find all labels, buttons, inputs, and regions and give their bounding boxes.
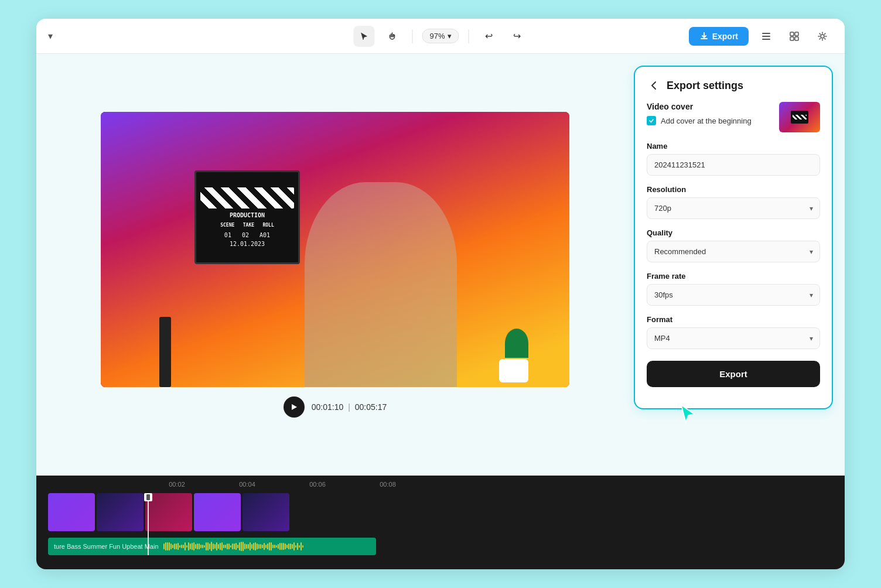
toolbar-divider — [412, 29, 412, 43]
playhead[interactable] — [148, 493, 149, 555]
quality-label: Quality — [647, 228, 820, 237]
panel-title: Export settings — [667, 80, 743, 92]
toolbar-right: Export — [689, 26, 833, 47]
cover-thumbnail[interactable] — [779, 102, 820, 132]
video-clip-1[interactable] — [48, 493, 95, 531]
zoom-control[interactable]: 97% ▾ — [422, 29, 459, 43]
back-button[interactable] — [647, 78, 661, 93]
video-frame: PRODUCTIONSCENE TAKE ROLL 01 02 A01 12.0… — [101, 112, 569, 387]
audio-waveform — [163, 542, 370, 551]
name-input[interactable] — [647, 154, 820, 176]
quality-field-group: Quality Recommended High Medium Low ▾ — [647, 228, 820, 262]
video-clip-4[interactable] — [194, 493, 241, 531]
time-separator: | — [348, 402, 353, 412]
frame-rate-field-group: Frame rate 30fps 24fps 60fps ▾ — [647, 272, 820, 306]
zoom-level-label: 97% — [429, 32, 445, 40]
resolution-field-group: Resolution 720p 1080p 480p ▾ — [647, 185, 820, 219]
video-preview: PRODUCTIONSCENE TAKE ROLL 01 02 A01 12.0… — [101, 112, 569, 387]
resolution-label: Resolution — [647, 185, 820, 194]
panel-header: Export settings — [647, 78, 820, 93]
select-tool-button[interactable] — [353, 26, 374, 47]
video-clip-5[interactable] — [243, 493, 289, 531]
timeline-tracks: ture Bass Summer Fun Upbeat Main — [48, 493, 833, 555]
toolbar-center: 97% ▾ ↩ ↪ — [353, 26, 527, 47]
toolbar-left: ▾ — [48, 30, 53, 42]
redo-button[interactable]: ↪ — [507, 26, 528, 47]
ruler-mark-2: 00:04 — [212, 481, 282, 488]
export-panel: Export settings Video cover Add cover at… — [634, 66, 833, 409]
playhead-handle[interactable] — [144, 493, 152, 501]
ruler-mark-1: 00:02 — [142, 481, 212, 488]
export-toolbar-button[interactable]: Export — [689, 27, 749, 46]
svg-rect-0 — [762, 33, 770, 34]
cover-checkbox-row: Add cover at the beginning — [647, 116, 772, 125]
ruler-mark-3: 00:06 — [282, 481, 353, 488]
name-label: Name — [647, 142, 820, 151]
video-clip-2[interactable] — [97, 493, 144, 531]
playback-controls: 00:01:10 | 00:05:17 — [284, 396, 387, 418]
format-label: Format — [647, 315, 820, 324]
total-time: 00:05:17 — [355, 402, 387, 412]
svg-rect-6 — [795, 37, 798, 40]
timeline-ruler: 00:02 00:04 00:06 00:08 — [48, 476, 833, 493]
toolbar-divider-2 — [469, 29, 469, 43]
layers-button[interactable] — [756, 26, 777, 47]
add-cover-checkbox[interactable] — [647, 116, 656, 125]
video-cover-section: Video cover Add cover at the beginning — [647, 102, 820, 132]
svg-rect-3 — [790, 32, 794, 36]
audio-track[interactable]: ture Bass Summer Fun Upbeat Main — [48, 538, 376, 555]
time-display: 00:01:10 | 00:05:17 — [312, 402, 387, 412]
collapse-chevron-icon[interactable]: ▾ — [48, 30, 53, 42]
resolution-select[interactable]: 720p 1080p 480p — [647, 197, 820, 219]
main-content: PRODUCTIONSCENE TAKE ROLL 01 02 A01 12.0… — [36, 54, 845, 476]
current-time: 00:01:10 — [312, 402, 344, 412]
format-select-wrapper: MP4 MOV AVI GIF ▾ — [647, 327, 820, 349]
ruler-mark-4: 00:08 — [353, 481, 423, 488]
timeline: 00:02 00:04 00:06 00:08 ture Bass Summer… — [36, 476, 845, 569]
frame-rate-select-wrapper: 30fps 24fps 60fps ▾ — [647, 284, 820, 306]
zoom-chevron-icon: ▾ — [448, 32, 452, 40]
cover-info: Video cover Add cover at the beginning — [647, 102, 772, 125]
svg-rect-1 — [762, 36, 770, 37]
audio-track-label: ture Bass Summer Fun Upbeat Main — [54, 543, 159, 550]
cover-checkbox-label: Add cover at the beginning — [661, 117, 752, 125]
frame-rate-select[interactable]: 30fps 24fps 60fps — [647, 284, 820, 306]
frame-rate-label: Frame rate — [647, 272, 820, 281]
cover-label: Video cover — [647, 102, 772, 111]
video-area: PRODUCTIONSCENE TAKE ROLL 01 02 A01 12.0… — [36, 54, 634, 476]
toolbar: ▾ 97% ▾ ↩ ↪ — [36, 19, 845, 54]
quality-select-wrapper: Recommended High Medium Low ▾ — [647, 241, 820, 262]
video-clip-3[interactable] — [145, 493, 192, 531]
svg-point-7 — [821, 35, 824, 38]
settings-button[interactable] — [812, 26, 833, 47]
format-field-group: Format MP4 MOV AVI GIF ▾ — [647, 315, 820, 349]
resolution-select-wrapper: 720p 1080p 480p ▾ — [647, 197, 820, 219]
export-action-button[interactable]: Export — [647, 361, 820, 387]
hand-tool-button[interactable] — [381, 26, 402, 47]
svg-rect-2 — [762, 39, 770, 40]
svg-rect-5 — [790, 37, 794, 40]
name-field-group: Name — [647, 142, 820, 176]
play-button[interactable] — [284, 396, 305, 418]
svg-rect-4 — [795, 32, 798, 36]
quality-select[interactable]: Recommended High Medium Low — [647, 241, 820, 262]
layout-button[interactable] — [784, 26, 805, 47]
video-track — [48, 493, 833, 534]
format-select[interactable]: MP4 MOV AVI GIF — [647, 327, 820, 349]
undo-button[interactable]: ↩ — [479, 26, 500, 47]
